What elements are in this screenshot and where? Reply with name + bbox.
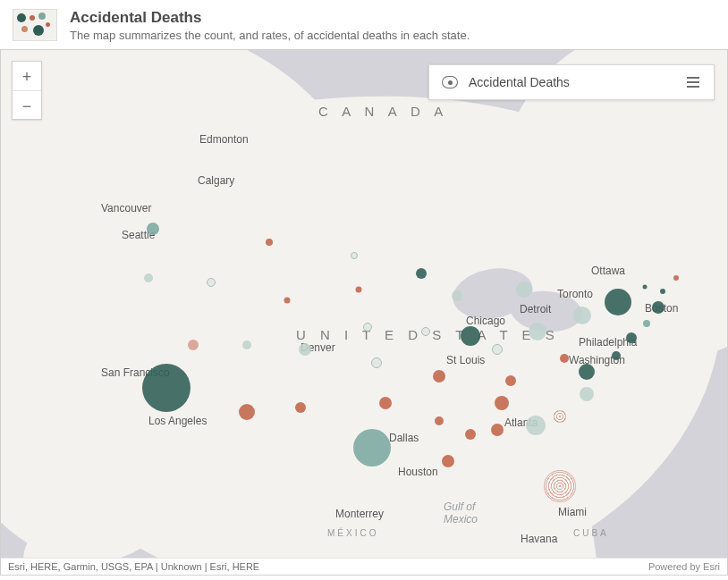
attribution-text: Esri, HERE, Garmin, USGS, EPA | Unknown … <box>8 561 259 572</box>
bubble-pennsylvania[interactable] <box>573 307 591 324</box>
bubble-s-dakota[interactable] <box>356 287 362 293</box>
bubble-oklahoma[interactable] <box>379 397 392 409</box>
bubble-vermont[interactable] <box>643 285 648 290</box>
bubble-kansas[interactable] <box>371 357 382 368</box>
page-title: Accidental Deaths <box>70 9 470 27</box>
bubble-texas[interactable] <box>353 429 391 467</box>
bubble-oregon[interactable] <box>144 273 153 282</box>
bubble-montana[interactable] <box>266 239 273 246</box>
eye-icon[interactable] <box>442 74 458 90</box>
bubble-michigan[interactable] <box>516 282 532 298</box>
bubble-louisiana[interactable] <box>442 455 454 467</box>
bubble-kentucky[interactable] <box>505 375 516 386</box>
bubble-maine[interactable] <box>673 275 679 281</box>
bubble-w-virginia[interactable] <box>560 354 569 363</box>
map-view[interactable]: C A N A D A U N I T E D S T A T E S MÉXI… <box>0 49 728 576</box>
bubble-new-york[interactable] <box>605 289 631 315</box>
bubble-virginia[interactable] <box>579 364 595 380</box>
page-subtitle: The map summarizes the count, and rates,… <box>70 29 470 42</box>
bubble-minnesota[interactable] <box>416 268 427 279</box>
bubble-colorado[interactable] <box>299 343 311 356</box>
bubble-illinois[interactable] <box>461 326 480 346</box>
bubble-n-dakota[interactable] <box>351 252 358 259</box>
bubble-s-carolina[interactable] <box>554 410 566 423</box>
map-footer: Esri, HERE, Garmin, USGS, EPA | Unknown … <box>1 558 727 575</box>
bubble-ohio[interactable] <box>529 323 546 340</box>
bubble-new-hampshire[interactable] <box>660 289 665 294</box>
bubble-maryland[interactable] <box>612 351 621 360</box>
bubble-new-jersey[interactable] <box>626 332 637 343</box>
bubble-alabama[interactable] <box>491 424 504 436</box>
bubble-nebraska[interactable] <box>363 323 372 332</box>
bubble-tennessee[interactable] <box>495 396 509 410</box>
layer-panel[interactable]: Accidental Deaths <box>428 64 715 100</box>
powered-by-text[interactable]: Powered by Esri <box>648 561 720 572</box>
bubble-california[interactable] <box>142 364 190 412</box>
bubble-wyoming[interactable] <box>284 298 291 304</box>
bubble-massachusetts[interactable] <box>652 301 665 314</box>
layer-title[interactable]: Accidental Deaths <box>469 75 674 89</box>
bubble-new-mexico[interactable] <box>295 402 306 413</box>
bubble-georgia[interactable] <box>526 416 546 435</box>
bubble-missouri[interactable] <box>433 370 445 382</box>
zoom-out-button[interactable]: − <box>13 90 41 119</box>
list-icon[interactable] <box>685 74 701 90</box>
bubble-washington[interactable] <box>147 223 159 235</box>
map-thumbnail <box>13 9 57 41</box>
bubble-mississippi[interactable] <box>465 429 476 440</box>
zoom-in-button[interactable]: + <box>13 62 41 90</box>
bubble-connecticut[interactable] <box>643 320 650 327</box>
bubble-nevada[interactable] <box>188 340 199 350</box>
bubble-wisconsin[interactable] <box>452 290 462 301</box>
zoom-controls: + − <box>12 61 42 120</box>
bubble-utah[interactable] <box>242 340 251 349</box>
bubble-idaho[interactable] <box>207 278 216 287</box>
bubble-indiana[interactable] <box>492 344 503 355</box>
bubble-n-carolina[interactable] <box>580 387 594 401</box>
bubble-arizona[interactable] <box>239 404 255 420</box>
bubble-arkansas[interactable] <box>435 416 444 425</box>
bubble-iowa[interactable] <box>421 327 430 336</box>
bubble-florida[interactable] <box>544 470 576 502</box>
